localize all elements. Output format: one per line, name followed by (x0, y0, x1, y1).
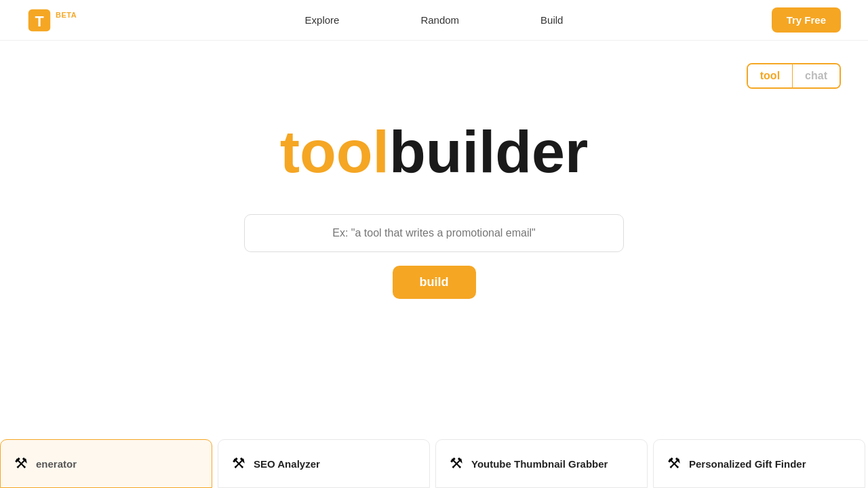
logo-icon: T (27, 8, 52, 33)
toggle-tool-button[interactable]: tool (748, 64, 792, 87)
build-button[interactable]: build (393, 266, 476, 299)
nav-logo-area: T BETA (27, 8, 77, 33)
toggle-chat-button[interactable]: chat (793, 64, 840, 87)
hero-section: toolbuilder build (0, 41, 868, 299)
card-icon-0: ⚒ (14, 455, 28, 472)
cards-row: ⚒ enerator ⚒ SEO Analyzer ⚒ Youtube Thum… (0, 439, 868, 488)
card-icon-2: ⚒ (450, 455, 463, 472)
try-free-button[interactable]: Try Free (772, 7, 841, 33)
hero-title-builder: builder (389, 118, 588, 185)
nav-links: Explore Random Build (305, 14, 564, 26)
card-title-3: Personalized Gift Finder (689, 458, 806, 470)
card-icon-3: ⚒ (667, 455, 681, 472)
nav-link-build[interactable]: Build (540, 14, 563, 26)
card-icon-1: ⚒ (232, 455, 245, 472)
search-container (244, 214, 624, 252)
tool-chat-toggle: tool chat (747, 63, 841, 89)
nav-link-random[interactable]: Random (420, 14, 459, 26)
hero-title-tool: tool (280, 118, 389, 185)
hero-title: toolbuilder (280, 122, 589, 182)
nav-link-explore[interactable]: Explore (305, 14, 340, 26)
navbar: T BETA Explore Random Build Try Free (0, 0, 868, 41)
nav-right: Try Free (772, 7, 841, 33)
beta-badge: BETA (56, 11, 77, 19)
card-title-0: enerator (36, 458, 77, 470)
card-title-1: SEO Analyzer (254, 458, 320, 470)
card-youtube[interactable]: ⚒ Youtube Thumbnail Grabber (435, 439, 648, 488)
tool-search-input[interactable] (244, 214, 624, 252)
card-seo[interactable]: ⚒ SEO Analyzer (218, 439, 430, 488)
card-gift[interactable]: ⚒ Personalized Gift Finder (653, 439, 865, 488)
card-title-2: Youtube Thumbnail Grabber (471, 458, 608, 470)
card-generator[interactable]: ⚒ enerator (0, 439, 212, 488)
svg-text:T: T (35, 12, 43, 29)
